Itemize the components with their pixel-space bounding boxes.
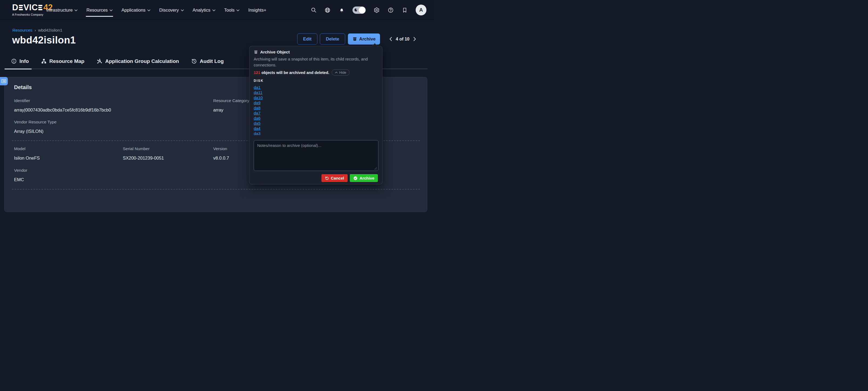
field-label: Serial Number bbox=[123, 146, 150, 151]
cancel-button[interactable]: Cancel bbox=[321, 174, 348, 182]
nav-item-insights-[interactable]: Insights+ bbox=[248, 0, 267, 20]
sitemap-icon bbox=[41, 58, 47, 64]
device42-resource-page: D VIC 42 A Freshworks Company Infrastruc… bbox=[0, 0, 434, 196]
confirm-archive-button[interactable]: Archive bbox=[350, 174, 378, 182]
topbar-icon-cluster: A bbox=[310, 0, 427, 20]
main-nav-menu: InfrastructureResourcesApplicationsDisco… bbox=[46, 0, 267, 20]
section-divider bbox=[12, 189, 420, 189]
disk-link-list: da1da11da10da9da8da7da6da5da4da3 bbox=[254, 85, 335, 135]
nav-item-analytics[interactable]: Analytics bbox=[193, 0, 215, 20]
check-circle-icon bbox=[353, 176, 358, 180]
breadcrumb-separator: › bbox=[35, 28, 36, 33]
archive-box-icon bbox=[254, 50, 258, 54]
list-panel-icon bbox=[1, 79, 6, 84]
field-label: Vendor bbox=[14, 168, 27, 173]
disk-link[interactable]: da8 bbox=[254, 105, 260, 111]
user-avatar[interactable]: A bbox=[416, 5, 427, 16]
popup-description: Archiving will save a snapshot of this i… bbox=[254, 56, 378, 68]
toggle-knob bbox=[359, 7, 366, 13]
chevron-up-icon bbox=[335, 71, 338, 73]
notifications-bell-icon[interactable] bbox=[338, 7, 345, 13]
logo-e-glyph bbox=[19, 4, 23, 11]
hide-button[interactable]: Hide bbox=[332, 69, 349, 76]
audit-history-icon bbox=[191, 58, 197, 64]
archive-count: 121 bbox=[254, 70, 260, 75]
search-icon[interactable] bbox=[310, 7, 317, 13]
disk-link[interactable]: da1 bbox=[254, 85, 260, 90]
chevron-down-icon bbox=[181, 9, 184, 11]
disk-link[interactable]: da11 bbox=[254, 90, 262, 95]
active-tab-underline bbox=[5, 68, 32, 69]
undo-icon bbox=[325, 176, 329, 180]
details-heading: Details bbox=[14, 84, 32, 90]
field-value: array|0007430adbc0bda7ce5fc816b9df16b7bc… bbox=[14, 108, 111, 113]
page-title: wbd42isilon1 bbox=[12, 35, 76, 46]
record-pagination: 4 of 10 bbox=[388, 37, 417, 41]
chevron-down-icon bbox=[74, 9, 78, 11]
disk-link[interactable]: da10 bbox=[254, 95, 262, 100]
chevron-down-icon bbox=[237, 9, 239, 11]
breadcrumb-current: wbd42isilon1 bbox=[38, 28, 62, 33]
tab-info[interactable]: Info bbox=[11, 58, 29, 64]
popup-footer: Cancel Archive bbox=[321, 174, 378, 182]
field-value: v8.0.0.7 bbox=[213, 155, 229, 161]
disk-section-label: DISK bbox=[254, 79, 264, 83]
field-value: Array (ISILON) bbox=[14, 129, 43, 134]
archive-count-message: objects will be archived and deleted. bbox=[261, 70, 329, 75]
globe-icon[interactable] bbox=[324, 7, 331, 13]
field-value: array bbox=[213, 108, 223, 113]
field-label: Resource Category bbox=[213, 98, 249, 103]
popup-title: Archive Object bbox=[260, 50, 289, 55]
side-panel-toggle[interactable] bbox=[0, 77, 8, 85]
archive-box-icon bbox=[352, 37, 357, 41]
archive-popup: Archive Object Archiving will save a sna… bbox=[249, 46, 382, 184]
logo-e-glyph bbox=[38, 4, 42, 11]
top-navbar: D VIC 42 A Freshworks Company Infrastruc… bbox=[0, 0, 434, 20]
chevron-down-icon bbox=[110, 9, 113, 11]
field-value: SX200-201239-0051 bbox=[123, 155, 164, 161]
nav-item-infrastructure[interactable]: Infrastructure bbox=[46, 0, 78, 20]
field-label: Vendor Resource Type bbox=[14, 120, 56, 124]
help-icon[interactable] bbox=[388, 7, 394, 13]
field-label: Version bbox=[213, 146, 227, 151]
field-label: Model bbox=[14, 146, 25, 151]
chevron-down-icon bbox=[147, 9, 150, 11]
settings-gear-icon[interactable] bbox=[374, 7, 380, 13]
disk-link[interactable]: da4 bbox=[254, 126, 260, 131]
pagination-prev-icon[interactable] bbox=[388, 37, 393, 41]
pagination-next-icon[interactable] bbox=[412, 37, 417, 41]
application-group-icon bbox=[97, 58, 102, 64]
breadcrumb-resources-link[interactable]: Resources bbox=[12, 28, 32, 33]
field-value: EMC bbox=[14, 177, 24, 182]
edit-button[interactable]: Edit bbox=[297, 33, 317, 44]
archive-notes-input[interactable] bbox=[254, 140, 378, 171]
info-icon bbox=[11, 58, 17, 64]
popup-count-row: 121 objects will be archived and deleted… bbox=[254, 69, 349, 76]
tab-audit-log[interactable]: Audit Log bbox=[191, 58, 224, 64]
tab-resource-map[interactable]: Resource Map bbox=[41, 58, 85, 64]
disk-link[interactable]: da9 bbox=[254, 100, 260, 105]
nav-item-discovery[interactable]: Discovery bbox=[159, 0, 184, 20]
nav-item-applications[interactable]: Applications bbox=[121, 0, 150, 20]
page-actions: Edit Delete Archive 4 of 10 bbox=[295, 33, 417, 44]
disk-link[interactable]: da3 bbox=[254, 131, 260, 135]
tab-application-group-calculation[interactable]: Application Group Calculation bbox=[97, 58, 179, 64]
archive-button[interactable]: Archive bbox=[348, 33, 380, 44]
dark-mode-toggle[interactable] bbox=[352, 6, 366, 14]
disk-link[interactable]: da6 bbox=[254, 116, 260, 121]
field-label: Identifier bbox=[14, 98, 30, 103]
pagination-status: 4 of 10 bbox=[396, 37, 409, 41]
bookmark-icon[interactable] bbox=[402, 7, 408, 13]
nav-item-resources[interactable]: Resources bbox=[86, 0, 113, 20]
nav-item-tools[interactable]: Tools bbox=[224, 0, 240, 20]
delete-button[interactable]: Delete bbox=[320, 33, 345, 44]
chevron-down-icon bbox=[212, 9, 215, 11]
disk-link[interactable]: da7 bbox=[254, 111, 260, 116]
breadcrumb: Resources › wbd42isilon1 bbox=[12, 28, 62, 33]
popup-header: Archive Object bbox=[254, 50, 289, 55]
field-value: Isilon OneFS bbox=[14, 155, 40, 161]
disk-link[interactable]: da5 bbox=[254, 121, 260, 126]
